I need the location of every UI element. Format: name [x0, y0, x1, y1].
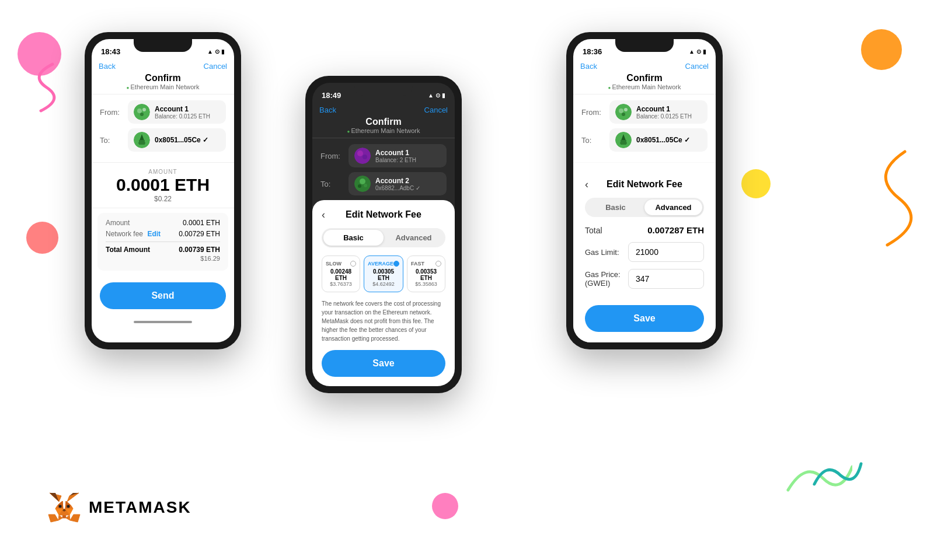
fee-option-slow-header: SLOW: [326, 261, 356, 267]
phone-3-cancel-button[interactable]: Cancel: [685, 62, 709, 71]
teal-squiggle: [811, 455, 864, 490]
phone-2-save-button[interactable]: Save: [322, 350, 445, 377]
phone-1-amount-row: Amount 0.0001 ETH: [106, 219, 220, 227]
phone-2-fee-options: SLOW 0.00248 ETH $3.76373 AVERAGE 0.0030…: [322, 256, 445, 292]
svg-marker-23: [70, 514, 80, 522]
phone-1-from-row: From: Account 1 Balance: 0.0125 ETH: [100, 100, 226, 124]
phone-3-total-value: 0.007287 ETH: [647, 225, 704, 235]
phone-1-send-button[interactable]: Send: [100, 282, 226, 309]
phone-3-total-label: Total: [585, 226, 602, 235]
phone-2-network: Ethereum Main Network: [317, 127, 450, 134]
signal-icon: ▲: [428, 92, 434, 99]
phone-2-modal-back[interactable]: ‹: [322, 209, 325, 221]
phone-1-from-avatar: [134, 104, 150, 120]
phone-3-gas-price-input[interactable]: [628, 269, 704, 289]
blob-coral-mid-left: [26, 222, 58, 254]
blob-yellow: [741, 169, 771, 198]
svg-point-15: [619, 108, 623, 113]
phone-3-to-label: To:: [581, 136, 605, 145]
svg-point-13: [364, 184, 367, 187]
phone-2: 18:49 ▲ ⊙ ▮ Back Cancel Confirm Ethereum…: [305, 76, 462, 393]
phone-1-home-bar: [134, 321, 192, 323]
signal-icon: ▲: [689, 48, 695, 55]
svg-point-2: [142, 108, 146, 111]
phone-2-screen: 18:49 ▲ ⊙ ▮ Back Cancel Confirm Ethereum…: [312, 83, 455, 386]
phone-3-confirm-nav: Back Cancel: [573, 58, 716, 71]
phone-3-total-row: Total 0.007287 ETH: [585, 225, 704, 235]
phone-3-gas-limit-label: Gas Limit:: [585, 248, 619, 257]
phone-1-to-account: 0x8051...05Ce ✓: [155, 136, 208, 144]
phone-2-tab-advanced[interactable]: Advanced: [384, 230, 444, 246]
phone-3-tab-advanced[interactable]: Advanced: [644, 200, 702, 215]
phone-3-from-account: Account 1 Balance: 0.0125 ETH: [636, 105, 692, 120]
metamask-branding: METAMASK: [47, 490, 191, 525]
phone-1-notch: [134, 39, 192, 52]
phone-3-tab-basic[interactable]: Basic: [587, 200, 644, 215]
phone-3-save-button[interactable]: Save: [585, 305, 704, 332]
pink-squiggle: [18, 58, 64, 117]
green-squiggle: [782, 455, 852, 502]
signal-icon: ▲: [207, 48, 213, 55]
svg-point-3: [140, 113, 144, 116]
phone-2-fee-description: The network fee covers the cost of proce…: [322, 299, 445, 343]
phone-3-modal-back[interactable]: ‹: [585, 178, 588, 191]
phone-3-from-avatar: [615, 104, 632, 120]
phone-2-from-row: From: Account 1 Balance: 2 ETH: [320, 144, 447, 167]
phone-1-to-label: To:: [100, 136, 123, 145]
phone-2-cancel-button[interactable]: Cancel: [424, 106, 448, 114]
phone-3-to-avatar: [615, 132, 632, 148]
phone-1-total-usd-row: $16.29: [106, 255, 220, 262]
blob-pink-top-left: [18, 32, 61, 76]
phone-3-modal-header: ‹ Edit Network Fee: [585, 179, 704, 190]
phone-1-to-avatar: [134, 132, 150, 148]
phone-1-from-box: Account 1 Balance: 0.0125 ETH: [128, 100, 226, 124]
svg-marker-24: [48, 514, 58, 522]
fee-radio-slow[interactable]: [350, 261, 356, 267]
phone-1-amount-label: AMOUNT: [92, 169, 234, 175]
phone-2-tab-basic[interactable]: Basic: [323, 230, 384, 246]
phone-2-modal-header: ‹ Edit Network Fee: [322, 209, 445, 220]
phone-1-from-to: From: Account 1 Balance: 0.0125 ETH To:: [92, 94, 234, 162]
phone-1-from-account: Account 1 Balance: 0.0125 ETH: [155, 105, 210, 120]
svg-point-8: [357, 150, 363, 156]
phone-1-title: Confirm: [96, 73, 229, 83]
fee-radio-average[interactable]: [393, 261, 399, 267]
svg-rect-20: [621, 140, 626, 145]
phone-2-tab-group: Basic Advanced: [322, 228, 445, 247]
battery-icon: ▮: [442, 92, 445, 99]
phone-1-screen: 18:43 ▲ ⊙ ▮ Back Cancel Confirm Ethereum…: [92, 39, 234, 342]
phone-2-back-button[interactable]: Back: [319, 106, 336, 114]
phone-3-back-button[interactable]: Back: [580, 62, 597, 71]
svg-point-16: [624, 108, 628, 111]
phone-1-edit-fee-link[interactable]: Edit: [147, 230, 161, 238]
svg-point-0: [134, 104, 150, 120]
phone-1-confirm-header: Confirm Ethereum Main Network: [92, 71, 234, 94]
wifi-icon: ⊙: [696, 48, 701, 55]
svg-point-12: [358, 184, 361, 188]
phone-3-screen: 18:36 ▲ ⊙ ▮ Back Cancel Confirm Ethereum…: [573, 39, 716, 342]
phone-1-back-button[interactable]: Back: [99, 62, 116, 71]
phone-3-to-account: 0x8051...05Ce ✓: [636, 136, 690, 144]
phone-3-gas-limit-input[interactable]: [628, 242, 704, 262]
svg-point-17: [622, 113, 625, 116]
fee-option-average[interactable]: AVERAGE 0.00305 ETH $4.62492: [364, 256, 403, 292]
phone-1-home-indicator: [92, 316, 234, 328]
fee-option-fast[interactable]: FAST 0.00353 ETH $5.35863: [407, 256, 445, 292]
phone-1-time: 18:43: [101, 47, 120, 56]
phone-3-to-box: 0x8051...05Ce ✓: [609, 128, 708, 152]
svg-point-9: [363, 155, 367, 159]
phone-1-cancel-button[interactable]: Cancel: [204, 62, 227, 71]
phone-3-network: Ethereum Main Network: [578, 83, 711, 90]
blob-orange-top-right: [861, 29, 902, 70]
fee-radio-fast[interactable]: [435, 261, 441, 267]
phone-1-total-row: Total Amount 0.00739 ETH: [106, 246, 220, 254]
phone-2-from-box: Account 1 Balance: 2 ETH: [348, 144, 447, 167]
fee-option-slow[interactable]: SLOW 0.00248 ETH $3.76373: [322, 256, 360, 292]
phone-3-gas-price-label: Gas Price: (GWEI): [585, 270, 628, 288]
phone-2-modal: ‹ Edit Network Fee Basic Advanced SLOW 0…: [312, 200, 455, 386]
phone-2-modal-title: Edit Network Fee: [346, 209, 421, 220]
svg-point-11: [360, 178, 365, 184]
phone-2-to-label: To:: [320, 180, 344, 188]
phone-2-status-icons: ▲ ⊙ ▮: [428, 92, 445, 99]
phone-3-tab-group: Basic Advanced: [585, 198, 704, 217]
